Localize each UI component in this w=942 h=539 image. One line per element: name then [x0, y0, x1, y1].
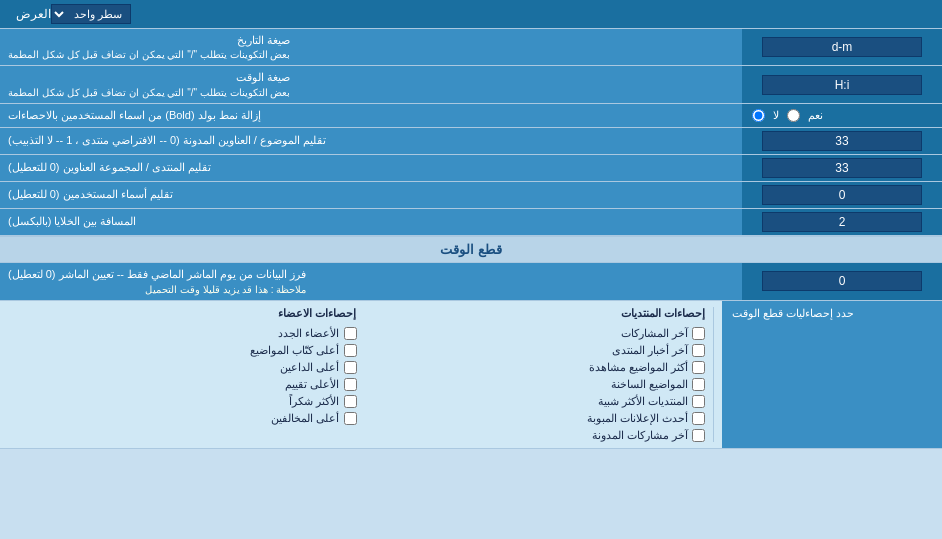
cutoff-days-input[interactable] [762, 271, 922, 291]
radio-no-label: لا [773, 109, 779, 122]
topic-trim-input-cell [742, 128, 942, 154]
cb-col1-5[interactable] [692, 412, 705, 425]
checkbox-item: أعلى الداعين [16, 361, 357, 374]
cutoff-days-input-cell [742, 263, 942, 299]
checkbox-columns: إحصاءات المنتديات آخر المشاركات آخر أخبا… [0, 301, 722, 448]
user-trim-label: تقليم أسماء المستخدمين (0 للتعطيل) [0, 182, 742, 208]
cb-col1-3[interactable] [692, 378, 705, 391]
time-format-input-cell [742, 66, 942, 102]
checkbox-item: المنتديات الأكثر شبية [365, 395, 706, 408]
checkbox-item: أحدث الإعلانات المبوبة [365, 412, 706, 425]
cb-col1-1[interactable] [692, 344, 705, 357]
col2-header: إحصاءات الاعضاء [16, 307, 357, 320]
checkbox-section: حدد إحصاءليات قطع الوقت إحصاءات المنتديا… [0, 301, 942, 449]
display-row: سطر واحد سطرين ثلاثة أسطر العرض [0, 0, 942, 29]
checkbox-item: الأكثر شكراً [16, 395, 357, 408]
cb-col1-0[interactable] [692, 327, 705, 340]
cb-col2-5[interactable] [344, 412, 357, 425]
cell-space-input[interactable] [762, 212, 922, 232]
time-format-label: صيغة الوقت بعض التكوينات يتطلب "/" التي … [0, 66, 742, 102]
radio-yes[interactable] [787, 109, 800, 122]
user-trim-input[interactable] [762, 185, 922, 205]
checkbox-item: الأعلى تقييم [16, 378, 357, 391]
user-trim-row: تقليم أسماء المستخدمين (0 للتعطيل) [0, 182, 942, 209]
checkbox-item: أعلى كتّاب المواضيع [16, 344, 357, 357]
col1-header: إحصاءات المنتديات [365, 307, 706, 320]
date-format-label: صيغة التاريخ بعض التكوينات يتطلب "/" الت… [0, 29, 742, 65]
cb-col1-4[interactable] [692, 395, 705, 408]
cell-space-input-cell [742, 209, 942, 235]
display-select[interactable]: سطر واحد سطرين ثلاثة أسطر [51, 4, 131, 24]
topic-trim-input[interactable] [762, 131, 922, 151]
radio-no[interactable] [752, 109, 765, 122]
forum-trim-input[interactable] [762, 158, 922, 178]
bold-remove-label: إزالة نمط بولد (Bold) من اسماء المستخدمي… [0, 104, 742, 127]
date-format-input[interactable] [762, 37, 922, 57]
cb-col1-2[interactable] [692, 361, 705, 374]
cb-col2-0[interactable] [344, 327, 357, 340]
cutoff-days-row: فرز البيانات من يوم الماشر الماضي فقط --… [0, 263, 942, 300]
cell-space-row: المسافة بين الخلايا (بالبكسل) [0, 209, 942, 236]
checkbox-item: آخر أخبار المنتدى [365, 344, 706, 357]
checkbox-section-label: حدد إحصاءليات قطع الوقت [722, 301, 942, 448]
cb-col2-2[interactable] [344, 361, 357, 374]
checkbox-item: آخر المشاركات [365, 327, 706, 340]
bold-remove-row: نعم لا إزالة نمط بولد (Bold) من اسماء ال… [0, 104, 942, 128]
checkbox-col1: إحصاءات المنتديات آخر المشاركات آخر أخبا… [365, 307, 715, 442]
forum-trim-label: تقليم المنتدى / المجموعة العناوين (0 للت… [0, 155, 742, 181]
cb-col2-3[interactable] [344, 378, 357, 391]
radio-yes-label: نعم [808, 109, 823, 122]
checkbox-col2: إحصاءات الاعضاء الأعضاء الجدد أعلى كتّاب… [8, 307, 365, 442]
checkbox-item: آخر مشاركات المدونة [365, 429, 706, 442]
cell-space-label: المسافة بين الخلايا (بالبكسل) [0, 209, 742, 235]
topic-trim-label: تقليم الموضوع / العناوين المدونة (0 -- ا… [0, 128, 742, 154]
checkbox-item: أكثر المواضيع مشاهدة [365, 361, 706, 374]
checkbox-item: الأعضاء الجدد [16, 327, 357, 340]
checkbox-item: المواضيع الساخنة [365, 378, 706, 391]
time-format-row: صيغة الوقت بعض التكوينات يتطلب "/" التي … [0, 66, 942, 103]
cutoff-section-header: قطع الوقت [0, 236, 942, 263]
forum-trim-row: تقليم المنتدى / المجموعة العناوين (0 للت… [0, 155, 942, 182]
time-format-input[interactable] [762, 75, 922, 95]
checkbox-item: أعلى المخالفين [16, 412, 357, 425]
display-label: العرض [16, 7, 51, 21]
bold-remove-radio-cell: نعم لا [742, 104, 942, 127]
date-format-row: صيغة التاريخ بعض التكوينات يتطلب "/" الت… [0, 29, 942, 66]
cb-col1-6[interactable] [692, 429, 705, 442]
user-trim-input-cell [742, 182, 942, 208]
forum-trim-input-cell [742, 155, 942, 181]
date-format-input-cell [742, 29, 942, 65]
cb-col2-1[interactable] [344, 344, 357, 357]
cutoff-days-label: فرز البيانات من يوم الماشر الماضي فقط --… [0, 263, 742, 299]
cb-col2-4[interactable] [344, 395, 357, 408]
topic-trim-row: تقليم الموضوع / العناوين المدونة (0 -- ا… [0, 128, 942, 155]
